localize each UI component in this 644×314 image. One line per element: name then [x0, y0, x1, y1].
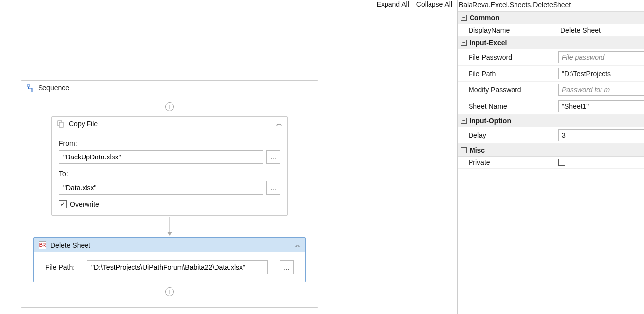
sequence-title: Sequence [38, 84, 69, 92]
copy-file-header: Copy File ︽ [52, 117, 287, 131]
collapse-toggle-icon[interactable]: − [461, 15, 467, 21]
to-browse-button[interactable]: ... [266, 181, 280, 195]
properties-panel: BalaReva.Excel.Sheets.DeleteSheet − Comm… [457, 0, 644, 314]
category-label: Input-Excel [470, 39, 507, 47]
filepath-label: File Path: [45, 263, 75, 271]
from-label: From: [59, 139, 280, 147]
collapse-icon[interactable]: ︽ [295, 241, 301, 249]
copy-file-activity[interactable]: Copy File ︽ From: ... To: ... [51, 116, 288, 216]
to-input[interactable] [59, 181, 263, 195]
displayname-value[interactable]: Delete Sheet [558, 26, 601, 34]
sequence-activity[interactable]: Sequence + Copy File ︽ From: [21, 80, 318, 308]
expand-all-button[interactable]: Expand All [377, 0, 409, 8]
category-input-excel[interactable]: − Input-Excel [458, 37, 644, 49]
to-label: To: [59, 170, 280, 178]
copy-file-title: Copy File [69, 120, 98, 128]
properties-breadcrumb: BalaReva.Excel.Sheets.DeleteSheet [458, 0, 644, 11]
prop-file-password[interactable]: File Password ... [458, 49, 644, 66]
file-password-label: File Password [469, 53, 558, 61]
category-misc[interactable]: − Misc [458, 144, 644, 157]
sheet-name-input[interactable] [558, 100, 644, 112]
prop-displayname[interactable]: DisplayName Delete Sheet [458, 24, 644, 37]
prop-sheet-name[interactable]: Sheet Name ... [458, 98, 644, 115]
file-path-label: File Path [469, 70, 558, 78]
collapse-toggle-icon[interactable]: − [461, 118, 467, 124]
from-input[interactable] [59, 150, 263, 164]
sheet-name-label: Sheet Name [469, 102, 558, 110]
svg-rect-0 [28, 84, 29, 87]
category-label: Misc [470, 146, 485, 154]
collapse-all-button[interactable]: Collapse All [416, 0, 452, 8]
designer-canvas: Expand All Collapse All Sequence + Copy … [0, 0, 457, 314]
from-browse-button[interactable]: ... [266, 150, 280, 164]
add-activity-button-bottom[interactable]: + [165, 287, 174, 296]
overwrite-row[interactable]: ✓ Overwrite [59, 200, 280, 208]
filepath-input[interactable] [87, 260, 268, 274]
copy-file-icon [57, 120, 65, 128]
copy-file-body: From: ... To: ... ✓ Overwrite [52, 131, 287, 215]
overwrite-checkbox[interactable]: ✓ [59, 200, 67, 208]
prop-modify-password[interactable]: Modify Password ... [458, 82, 644, 98]
sequence-body: + Copy File ︽ From: ... [21, 95, 318, 307]
collapse-icon[interactable]: ︽ [276, 119, 282, 128]
svg-rect-1 [31, 89, 33, 91]
sequence-icon [26, 84, 34, 92]
private-label: Private [469, 158, 558, 166]
svg-rect-3 [59, 122, 63, 127]
prop-delay[interactable]: Delay ... [458, 127, 644, 144]
filepath-browse-button[interactable]: ... [280, 260, 294, 274]
sequence-header: Sequence [21, 81, 318, 95]
prop-file-path[interactable]: File Path ... [458, 66, 644, 82]
category-common[interactable]: − Common [458, 11, 644, 24]
delay-label: Delay [469, 131, 558, 139]
delete-sheet-activity[interactable]: BR Delete Sheet ︽ File Path: ... [33, 237, 306, 282]
modify-password-input[interactable] [558, 84, 644, 96]
delay-input[interactable] [558, 129, 644, 141]
balareva-icon: BR [39, 241, 46, 249]
delete-sheet-body: File Path: ... [34, 252, 305, 282]
category-label: Common [470, 14, 500, 22]
delete-sheet-title: Delete Sheet [50, 241, 90, 249]
modify-password-label: Modify Password [469, 86, 558, 94]
collapse-toggle-icon[interactable]: − [461, 40, 467, 46]
category-label: Input-Option [470, 117, 511, 125]
delete-sheet-header: BR Delete Sheet ︽ [34, 238, 305, 252]
canvas-toolbar: Expand All Collapse All [0, 0, 457, 11]
overwrite-label: Overwrite [70, 200, 99, 208]
add-activity-button-top[interactable]: + [165, 102, 174, 111]
file-password-input[interactable] [558, 51, 644, 63]
file-path-input[interactable] [558, 68, 644, 79]
flow-arrow [21, 217, 318, 236]
displayname-label: DisplayName [469, 26, 558, 34]
collapse-toggle-icon[interactable]: − [461, 147, 467, 153]
private-checkbox[interactable] [558, 159, 565, 166]
prop-private[interactable]: Private [458, 157, 644, 169]
category-input-option[interactable]: − Input-Option [458, 115, 644, 127]
